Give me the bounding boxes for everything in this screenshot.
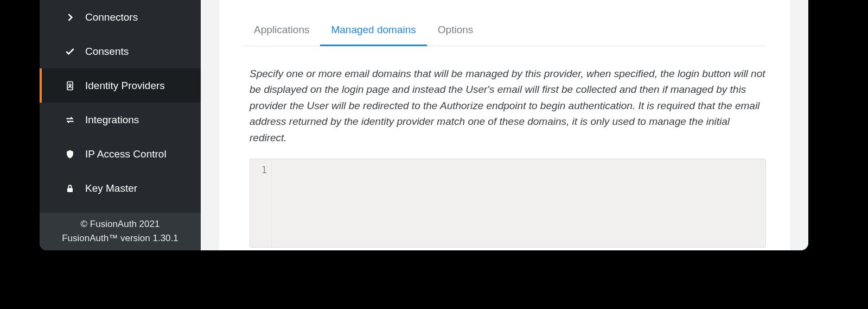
footer-version: FusionAuth™ version 1.30.1 bbox=[43, 231, 197, 245]
tab-managed-domains[interactable]: Managed domains bbox=[320, 16, 426, 46]
sidebar-item-consents[interactable]: Consents bbox=[40, 34, 201, 68]
chevron-right-icon bbox=[65, 12, 80, 23]
sidebar-item-label: Connectors bbox=[85, 11, 138, 23]
check-icon bbox=[65, 46, 80, 57]
arrows-icon bbox=[65, 115, 80, 125]
sidebar-item-ip-access-control[interactable]: IP Access Control bbox=[40, 137, 201, 171]
sidebar-item-label: Integrations bbox=[85, 114, 139, 126]
sidebar-item-identity-providers[interactable]: Identity Providers bbox=[40, 68, 201, 103]
managed-domains-description: Specify one or more email domains that w… bbox=[243, 66, 766, 146]
tab-bar: Applications Managed domains Options bbox=[243, 16, 766, 46]
app-window: Connectors Consents Identity Providers I… bbox=[40, 0, 808, 250]
lock-icon bbox=[65, 183, 80, 194]
sidebar-item-label: IP Access Control bbox=[85, 148, 167, 160]
main-content: Applications Managed domains Options Spe… bbox=[201, 0, 808, 250]
sidebar-item-connectors[interactable]: Connectors bbox=[40, 0, 201, 34]
tab-applications[interactable]: Applications bbox=[243, 16, 320, 46]
tab-label: Managed domains bbox=[331, 24, 416, 35]
sidebar-item-key-master[interactable]: Key Master bbox=[40, 171, 201, 205]
tab-label: Applications bbox=[254, 24, 309, 35]
sidebar-footer: © FusionAuth 2021 FusionAuth™ version 1.… bbox=[40, 213, 201, 250]
sidebar-nav: Connectors Consents Identity Providers I… bbox=[40, 0, 201, 213]
svg-rect-2 bbox=[67, 188, 73, 192]
sidebar-item-integrations[interactable]: Integrations bbox=[40, 103, 201, 137]
tab-options[interactable]: Options bbox=[427, 16, 484, 46]
sidebar: Connectors Consents Identity Providers I… bbox=[40, 0, 201, 250]
line-number: 1 bbox=[250, 165, 267, 175]
sidebar-item-label: Key Master bbox=[85, 182, 137, 194]
badge-icon bbox=[65, 80, 80, 91]
sidebar-item-label: Consents bbox=[85, 46, 129, 58]
tab-label: Options bbox=[438, 24, 473, 35]
editor-body[interactable] bbox=[272, 159, 765, 247]
svg-point-1 bbox=[69, 84, 71, 86]
settings-panel: Applications Managed domains Options Spe… bbox=[219, 0, 790, 250]
editor-gutter: 1 bbox=[250, 159, 272, 247]
sidebar-item-label: Identity Providers bbox=[85, 80, 165, 92]
managed-domains-editor[interactable]: 1 bbox=[250, 159, 766, 248]
footer-copyright: © FusionAuth 2021 bbox=[43, 217, 197, 231]
shield-icon bbox=[65, 149, 80, 160]
